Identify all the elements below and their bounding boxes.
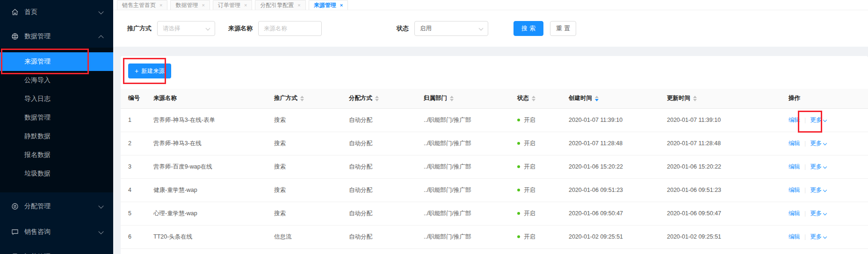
column-header-promo-method[interactable]: 推广方式 xyxy=(267,89,341,108)
more-link[interactable]: 更多 xyxy=(810,233,827,240)
column-header-department[interactable]: 归属部门 xyxy=(416,89,510,108)
sidebar: 首页 数据管理 来源管理 公海导入 导入日志 数据管理 静默数据 报名数据 垃圾… xyxy=(0,0,113,254)
cell-source-name: 健康-童学慧-wap xyxy=(146,178,267,202)
column-header-status[interactable]: 状态 xyxy=(510,89,561,108)
more-link[interactable]: 更多 xyxy=(810,163,827,170)
more-link[interactable]: 更多 xyxy=(810,117,827,123)
new-source-label: 新建来源 xyxy=(141,67,165,75)
close-icon[interactable]: × xyxy=(244,3,247,8)
more-link[interactable]: 更多 xyxy=(810,210,827,217)
chevron-down-icon xyxy=(824,235,827,239)
edit-link[interactable]: 编辑 xyxy=(788,140,800,147)
column-header-updated-time[interactable]: 更新时间 xyxy=(659,89,781,108)
data-icon xyxy=(11,33,19,40)
column-header-created-time[interactable]: 创建时间 xyxy=(561,89,659,108)
cell-created: 2020-01-07 11:39:10 xyxy=(561,108,659,132)
chevron-down-icon xyxy=(824,189,827,192)
cell-promo: 搜索 xyxy=(267,178,341,202)
cell-source-name: 心理-童学慧-wap xyxy=(146,202,267,225)
cell-created: 2020-01-06 09:51:23 xyxy=(561,178,659,202)
cell-actions: 编辑|更多 xyxy=(781,178,868,202)
sidebar-item-silent-data[interactable]: 静默数据 xyxy=(0,127,113,146)
edit-link[interactable]: 编辑 xyxy=(788,233,800,240)
link-divider: | xyxy=(804,210,806,217)
cell-assign: 自动分配 xyxy=(341,155,416,178)
more-link[interactable]: 更多 xyxy=(810,187,827,193)
chevron-down-icon xyxy=(824,165,827,169)
new-source-button[interactable]: + 新建来源 xyxy=(128,64,171,78)
tab-sales-home[interactable]: 销售主管首页 × xyxy=(117,0,167,10)
tab-order-management[interactable]: 订单管理 × xyxy=(213,0,252,10)
cell-id: 1 xyxy=(121,108,146,132)
submenu-label: 导入日志 xyxy=(24,95,51,103)
chevron-down-icon xyxy=(824,142,827,145)
chevron-down-icon xyxy=(479,27,483,30)
sidebar-item-label: 首页 xyxy=(24,8,37,16)
cell-actions: 编辑|更多 xyxy=(781,108,868,132)
link-divider: | xyxy=(804,233,806,240)
cell-assign: 自动分配 xyxy=(341,202,416,225)
cell-actions: 编辑|更多 xyxy=(781,225,868,248)
sidebar-item-import-log[interactable]: 导入日志 xyxy=(0,90,113,108)
cell-updated: 2020-01-06 09:51:23 xyxy=(659,178,781,202)
source-name-input[interactable] xyxy=(258,21,322,36)
content-card: + 新建来源 编号 来源名称 推广方式 分配方式 归属部门 状态 创建时间 更新… xyxy=(121,56,868,254)
submenu-label: 公海导入 xyxy=(24,76,51,85)
sidebar-item-highseas-import[interactable]: 公海导入 xyxy=(0,71,113,90)
tab-label: 销售主管首页 xyxy=(122,1,156,9)
table-row: 1 营养师-神马3-在线-表单 搜索 自动分配 ../职能部门/推广部 开启 2… xyxy=(121,108,868,132)
cell-status: 开启 xyxy=(510,178,561,202)
sidebar-item-source-management[interactable]: 来源管理 xyxy=(0,52,113,71)
chevron-down-icon xyxy=(99,205,103,208)
sidebar-item-home[interactable]: 首页 xyxy=(0,1,113,23)
edit-link[interactable]: 编辑 xyxy=(788,210,800,217)
tab-data-management[interactable]: 数据管理 × xyxy=(170,0,210,10)
close-icon[interactable]: × xyxy=(202,3,204,8)
cell-id: 5 xyxy=(121,202,146,225)
tab-label: 数据管理 xyxy=(175,1,198,9)
cell-actions: 编辑|更多 xyxy=(781,202,868,225)
chevron-down-icon xyxy=(824,212,827,215)
table-row: 4 健康-童学慧-wap 搜索 自动分配 ../职能部门/推广部 开启 2020… xyxy=(121,178,868,202)
sidebar-item-signup-data[interactable]: 报名数据 xyxy=(0,146,113,164)
cell-updated: 2020-01-07 11:28:48 xyxy=(659,132,781,155)
sidebar-item-sales-consult[interactable]: 销售咨询 xyxy=(0,221,113,243)
close-icon[interactable]: × xyxy=(340,3,343,8)
edit-link[interactable]: 编辑 xyxy=(788,163,800,170)
table-row: 2 营养师-神马3-在线 搜索 自动分配 ../职能部门/推广部 开启 2020… xyxy=(121,132,868,155)
more-link[interactable]: 更多 xyxy=(810,140,827,147)
cell-assign: 自动分配 xyxy=(341,225,416,248)
chevron-down-icon xyxy=(99,230,103,234)
table-row: 5 心理-童学慧-wap 搜索 自动分配 ../职能部门/推广部 开启 2020… xyxy=(121,202,868,225)
table-toolbar: + 新建来源 xyxy=(121,56,868,89)
sidebar-item-order-management[interactable]: 订单管理 xyxy=(0,246,113,254)
sidebar-item-data-management-sub[interactable]: 数据管理 xyxy=(0,108,113,127)
cell-actions: 编辑|更多 xyxy=(781,132,868,155)
tab-label: 订单管理 xyxy=(218,1,240,9)
sidebar-item-junk-data[interactable]: 垃圾数据 xyxy=(0,164,113,183)
promo-method-select[interactable]: 请选择 xyxy=(157,21,215,36)
tab-source-management[interactable]: 来源管理 × xyxy=(309,0,348,10)
assign-icon xyxy=(11,203,19,210)
status-dot-icon xyxy=(517,235,520,238)
column-header-actions: 操作 xyxy=(781,89,868,108)
cell-dept: ../职能部门/推广部 xyxy=(416,178,510,202)
edit-link[interactable]: 编辑 xyxy=(788,117,800,123)
main-area: 销售主管首页 × 数据管理 × 订单管理 × 分配引擎配置 × 来源管理 × 推… xyxy=(113,0,868,254)
home-icon xyxy=(11,8,19,16)
cell-created: 2020-01-06 15:20:22 xyxy=(561,155,659,178)
sidebar-item-assign-management[interactable]: 分配管理 xyxy=(0,195,113,218)
sidebar-item-data-management[interactable]: 数据管理 xyxy=(0,25,113,48)
status-select[interactable]: 启用 xyxy=(414,21,488,36)
search-button[interactable]: 搜索 xyxy=(514,21,543,36)
sort-icon xyxy=(450,96,454,101)
close-icon[interactable]: × xyxy=(297,3,300,8)
tab-assign-engine-config[interactable]: 分配引擎配置 × xyxy=(255,0,305,10)
tab-label: 分配引擎配置 xyxy=(260,1,294,9)
sort-icon xyxy=(375,96,379,101)
close-icon[interactable]: × xyxy=(159,3,162,8)
edit-link[interactable]: 编辑 xyxy=(788,187,800,193)
tab-label: 来源管理 xyxy=(314,1,336,9)
column-header-assign-method[interactable]: 分配方式 xyxy=(341,89,416,108)
reset-button[interactable]: 重置 xyxy=(550,21,576,36)
